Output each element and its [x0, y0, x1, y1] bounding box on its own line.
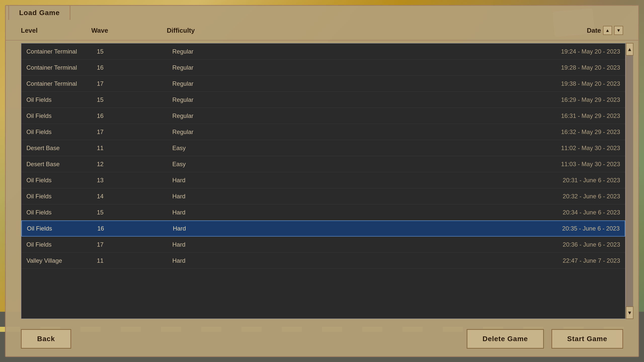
- cell-wave: 16: [97, 64, 172, 71]
- cell-wave: 13: [97, 177, 172, 184]
- cell-wave: 15: [97, 96, 172, 103]
- delete-game-button[interactable]: Delete Game: [467, 329, 544, 349]
- cell-level: Oil Fields: [27, 225, 97, 232]
- cell-difficulty: Hard: [172, 241, 563, 248]
- start-game-button[interactable]: Start Game: [551, 329, 623, 349]
- cell-wave: 16: [97, 225, 173, 232]
- cell-difficulty: Easy: [172, 161, 561, 168]
- sort-desc-button[interactable]: ▼: [614, 26, 623, 35]
- cell-date: 19:38 - May 20 - 2023: [561, 80, 620, 87]
- table-row[interactable]: Container Terminal 15 Regular 19:24 - Ma…: [21, 43, 625, 60]
- cell-difficulty: Regular: [172, 48, 561, 55]
- cell-date: 20:35 - June 6 - 2023: [562, 225, 620, 232]
- cell-level: Container Terminal: [26, 64, 97, 71]
- cell-wave: 17: [97, 128, 172, 135]
- cell-difficulty: Regular: [172, 80, 561, 87]
- right-button-group: Delete Game Start Game: [467, 329, 623, 349]
- cell-date: 20:34 - June 6 - 2023: [563, 209, 620, 216]
- cell-date: 11:02 - May 30 - 2023: [561, 145, 620, 152]
- cell-wave: 14: [97, 193, 172, 200]
- column-header-date: Date ▲ ▼: [587, 26, 623, 35]
- cell-date: 22:47 - June 7 - 2023: [563, 257, 620, 264]
- cell-wave: 17: [97, 80, 172, 87]
- cell-wave: 11: [97, 145, 172, 152]
- cell-level: Oil Fields: [26, 112, 97, 119]
- date-label-text: Date: [587, 27, 601, 34]
- scrollbar-track: ▲ ▼: [626, 43, 633, 319]
- table-row[interactable]: Container Terminal 17 Regular 19:38 - Ma…: [21, 76, 625, 92]
- dialog-title: Load Game: [8, 5, 70, 20]
- cell-difficulty: Hard: [172, 209, 563, 216]
- cell-wave: 15: [97, 48, 172, 55]
- load-game-dialog: Load Game Level Wave Difficulty Date ▲ ▼…: [5, 5, 639, 357]
- table-row[interactable]: Desert Base 12 Easy 11:03 - May 30 - 202…: [21, 156, 625, 172]
- table-row[interactable]: Oil Fields 17 Regular 16:32 - May 29 - 2…: [21, 124, 625, 140]
- cell-level: Oil Fields: [26, 241, 97, 248]
- cell-wave: 17: [97, 241, 172, 248]
- cell-level: Oil Fields: [26, 193, 97, 200]
- cell-wave: 12: [97, 161, 172, 168]
- cell-difficulty: Hard: [172, 193, 563, 200]
- table-row[interactable]: Container Terminal 16 Regular 19:28 - Ma…: [21, 60, 625, 76]
- cell-date: 16:32 - May 29 - 2023: [561, 128, 620, 135]
- cell-difficulty: Regular: [172, 64, 561, 71]
- table-row[interactable]: Oil Fields 17 Hard 20:36 - June 6 - 2023: [21, 237, 625, 253]
- cell-difficulty: Hard: [173, 225, 562, 232]
- cell-wave: 11: [97, 257, 172, 264]
- scroll-up-button[interactable]: ▲: [626, 43, 633, 56]
- table-row[interactable]: Oil Fields 16 Hard 20:35 - June 6 - 2023: [21, 220, 625, 237]
- cell-date: 20:32 - June 6 - 2023: [563, 193, 620, 200]
- table-row[interactable]: Oil Fields 14 Hard 20:32 - June 6 - 2023: [21, 188, 625, 204]
- cell-level: Desert Base: [26, 161, 97, 168]
- scroll-thumb[interactable]: [626, 56, 633, 306]
- cell-date: 20:36 - June 6 - 2023: [563, 241, 620, 248]
- cell-difficulty: Hard: [172, 177, 563, 184]
- footer-buttons: Back Delete Game Start Game: [6, 322, 638, 356]
- cell-wave: 15: [97, 209, 172, 216]
- table-row[interactable]: Desert Base 11 Easy 11:02 - May 30 - 202…: [21, 140, 625, 156]
- cell-level: Container Terminal: [26, 80, 97, 87]
- cell-difficulty: Regular: [172, 96, 561, 103]
- table-row[interactable]: Oil Fields 16 Regular 16:31 - May 29 - 2…: [21, 108, 625, 124]
- table-row[interactable]: Oil Fields 15 Hard 20:34 - June 6 - 2023: [21, 204, 625, 220]
- table-row[interactable]: Oil Fields 13 Hard 20:31 - June 6 - 2023: [21, 172, 625, 188]
- cell-level: Oil Fields: [26, 128, 97, 135]
- column-header-level: Level: [21, 27, 91, 34]
- table-container: Container Terminal 15 Regular 19:24 - Ma…: [6, 40, 638, 322]
- table-scroll-area[interactable]: Container Terminal 15 Regular 19:24 - Ma…: [21, 43, 626, 319]
- column-header-wave: Wave: [91, 27, 167, 34]
- column-header-difficulty: Difficulty: [167, 27, 587, 34]
- cell-level: Container Terminal: [26, 48, 97, 55]
- table-row[interactable]: Valley Village 11 Hard 22:47 - June 7 - …: [21, 253, 625, 269]
- cell-difficulty: Hard: [172, 257, 563, 264]
- cell-level: Valley Village: [26, 257, 97, 264]
- cell-difficulty: Regular: [172, 128, 561, 135]
- cell-difficulty: Easy: [172, 145, 561, 152]
- cell-date: 19:28 - May 20 - 2023: [561, 64, 620, 71]
- back-button[interactable]: Back: [21, 329, 71, 349]
- table-row[interactable]: Oil Fields 15 Regular 16:29 - May 29 - 2…: [21, 92, 625, 108]
- cell-date: 19:24 - May 20 - 2023: [561, 48, 620, 55]
- cell-wave: 16: [97, 112, 172, 119]
- cell-level: Oil Fields: [26, 209, 97, 216]
- cell-level: Oil Fields: [26, 96, 97, 103]
- table-header: Level Wave Difficulty Date ▲ ▼: [6, 6, 638, 40]
- scroll-down-button[interactable]: ▼: [626, 306, 633, 319]
- cell-level: Desert Base: [26, 145, 97, 152]
- cell-level: Oil Fields: [26, 177, 97, 184]
- sort-asc-button[interactable]: ▲: [603, 26, 612, 35]
- cell-date: 16:31 - May 29 - 2023: [561, 112, 620, 119]
- cell-date: 16:29 - May 29 - 2023: [561, 96, 620, 103]
- cell-difficulty: Regular: [172, 112, 561, 119]
- cell-date: 20:31 - June 6 - 2023: [563, 177, 620, 184]
- cell-date: 11:03 - May 30 - 2023: [561, 161, 620, 168]
